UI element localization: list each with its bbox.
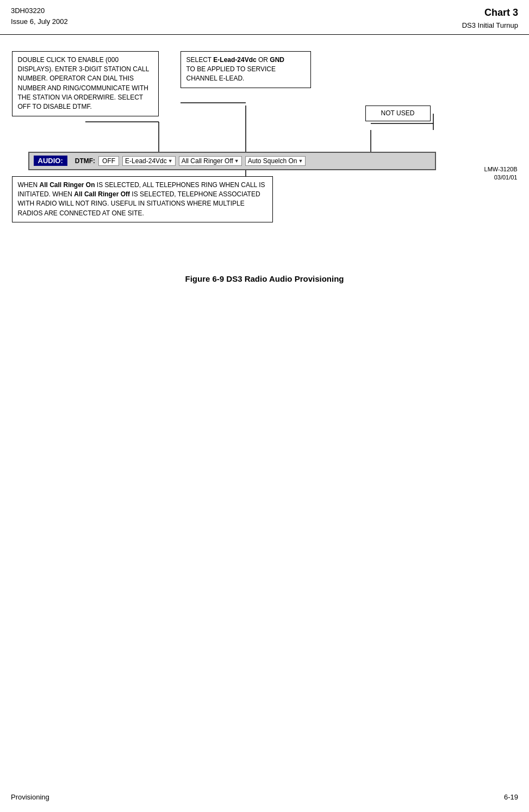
- squelch-dropdown-arrow: ▼: [298, 158, 303, 164]
- squelch-dropdown-value: Auto Squelch On: [248, 157, 297, 165]
- dtmf-label: DTMF:: [75, 157, 95, 165]
- callout-top-center-prefix: SELECT: [186, 56, 214, 64]
- diagram-container: DOUBLE CLICK TO ENABLE (000 DISPLAYS). E…: [12, 51, 518, 258]
- squelch-dropdown[interactable]: Auto Squelch On ▼: [245, 156, 306, 166]
- elead-dropdown-value: E-Lead-24Vdc: [125, 157, 167, 165]
- callout-ringer-on-bold: All Call Ringer On: [40, 181, 95, 189]
- lmw-line1: LMW-3120B: [484, 165, 518, 173]
- audio-row-wrapper: AUDIO: DTMF: OFF E-Lead-24Vdc ▼ All Call…: [12, 152, 518, 170]
- figure-caption: Figure 6-9 DS3 Radio Audio Provisioning: [11, 274, 518, 283]
- ringer-dropdown-value: All Call Ringer Off: [182, 157, 233, 165]
- chart-subtitle: DS3 Initial Turnup: [462, 20, 518, 31]
- callout-not-used: NOT USED: [365, 106, 431, 121]
- audio-label: AUDIO:: [34, 156, 67, 166]
- callout-top-left: DOUBLE CLICK TO ENABLE (000 DISPLAYS). E…: [12, 51, 159, 116]
- footer-left: Provisioning: [11, 793, 49, 801]
- callout-bottom: WHEN All Call Ringer On IS SELECTED, ALL…: [12, 176, 273, 223]
- ringer-dropdown-arrow: ▼: [234, 158, 239, 164]
- doc-number: 3DH03220: [11, 5, 68, 16]
- header-right: Chart 3 DS3 Initial Turnup: [462, 5, 518, 31]
- ringer-dropdown[interactable]: All Call Ringer Off ▼: [179, 156, 242, 166]
- elead-dropdown-arrow: ▼: [168, 158, 173, 164]
- lmw-label: LMW-3120B 03/01/01: [484, 165, 518, 182]
- not-used-label: NOT USED: [381, 109, 415, 117]
- audio-row: AUDIO: DTMF: OFF E-Lead-24Vdc ▼ All Call…: [28, 152, 436, 170]
- callout-gnd-bold: GND: [270, 56, 284, 64]
- callout-top-left-text: DOUBLE CLICK TO ENABLE (000 DISPLAYS). E…: [18, 56, 149, 111]
- callout-or: OR: [257, 56, 270, 64]
- page-header: 3DH03220 Issue 6, July 2002 Chart 3 DS3 …: [0, 0, 529, 35]
- lmw-line2: 03/01/01: [484, 173, 518, 182]
- callout-elead-bold: E-Lead-24Vdc: [213, 56, 256, 64]
- callout-ringer-off-bold: All Call Ringer Off: [74, 190, 130, 198]
- callout-top-center: SELECT E-Lead-24Vdc OR GND TO BE APPLIED…: [181, 51, 311, 88]
- off-badge: OFF: [98, 156, 119, 166]
- header-left: 3DH03220 Issue 6, July 2002: [11, 5, 68, 27]
- elead-dropdown[interactable]: E-Lead-24Vdc ▼: [122, 156, 176, 166]
- callout-top-center-line2: TO BE APPLIED TO SERVICE CHANNEL E-LEAD.: [186, 65, 276, 82]
- footer-right: 6-19: [504, 793, 518, 801]
- callout-bottom-prefix: WHEN: [18, 181, 40, 189]
- issue-date: Issue 6, July 2002: [11, 16, 68, 27]
- chart-title: Chart 3: [462, 5, 518, 20]
- main-content: DOUBLE CLICK TO ENABLE (000 DISPLAYS). E…: [0, 35, 529, 294]
- page-footer: Provisioning 6-19: [0, 793, 529, 801]
